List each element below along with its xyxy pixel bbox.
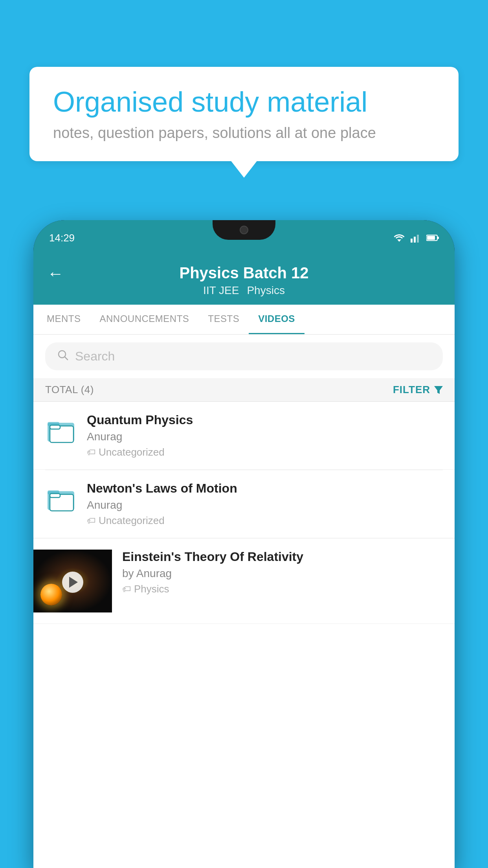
- header-tags: IIT JEE Physics: [203, 284, 285, 297]
- status-bar: 14:29: [33, 220, 455, 256]
- tab-tests[interactable]: TESTS: [198, 305, 249, 334]
- svg-rect-17: [50, 494, 60, 498]
- search-bar[interactable]: Search: [45, 342, 443, 370]
- svg-rect-13: [50, 425, 60, 429]
- back-button[interactable]: ←: [47, 264, 64, 283]
- video-author: by Anurag: [122, 567, 443, 580]
- svg-marker-0: [397, 239, 401, 242]
- video-info: Einstein's Theory Of Relativity by Anura…: [122, 550, 455, 595]
- status-icons: [393, 233, 439, 243]
- play-triangle-icon: [69, 577, 78, 588]
- signal-icon: [411, 233, 422, 243]
- filter-bar: TOTAL (4) FILTER: [33, 378, 455, 402]
- svg-marker-9: [434, 386, 443, 394]
- filter-icon: [434, 386, 443, 394]
- list-item[interactable]: Einstein's Theory Of Relativity by Anura…: [33, 539, 455, 624]
- video-tag-row: 🏷 Uncategorized: [87, 446, 443, 458]
- einstein-bg: [33, 550, 112, 612]
- folder-icon: [45, 414, 77, 446]
- camera-icon: [240, 226, 248, 234]
- tab-videos[interactable]: VIDEOS: [249, 305, 305, 334]
- search-icon: [57, 349, 69, 364]
- video-thumbnail: [33, 550, 112, 612]
- video-title: Quantum Physics: [87, 413, 443, 427]
- tag-iitjee: IIT JEE: [203, 284, 239, 297]
- app-header: ← Physics Batch 12 IIT JEE Physics: [33, 256, 455, 305]
- battery-icon: [426, 234, 439, 241]
- tag-icon: 🏷: [87, 447, 95, 458]
- bubble-subtitle: notes, question papers, solutions all at…: [53, 125, 435, 142]
- space-sphere: [40, 584, 62, 605]
- video-info: Newton's Laws of Motion Anurag 🏷 Uncateg…: [87, 481, 443, 527]
- svg-rect-3: [417, 235, 419, 243]
- bubble-title: Organised study material: [53, 86, 435, 118]
- video-author: Anurag: [87, 499, 443, 511]
- video-title: Einstein's Theory Of Relativity: [122, 550, 443, 564]
- video-author: Anurag: [87, 430, 443, 443]
- svg-rect-5: [427, 236, 435, 240]
- video-tag: Physics: [134, 583, 169, 595]
- video-tag-row: 🏷 Uncategorized: [87, 515, 443, 527]
- list-item[interactable]: Quantum Physics Anurag 🏷 Uncategorized: [33, 402, 455, 470]
- batch-title: Physics Batch 12: [179, 264, 308, 282]
- list-item[interactable]: Newton's Laws of Motion Anurag 🏷 Uncateg…: [33, 470, 455, 538]
- tag-physics: Physics: [247, 284, 284, 297]
- video-title: Newton's Laws of Motion: [87, 481, 443, 496]
- video-info: Quantum Physics Anurag 🏷 Uncategorized: [87, 413, 443, 458]
- phone-screen: ← Physics Batch 12 IIT JEE Physics MENTS…: [33, 256, 455, 868]
- wifi-icon: [393, 233, 406, 243]
- tag-icon: 🏷: [87, 516, 95, 526]
- play-button[interactable]: [62, 572, 83, 593]
- speech-bubble: Organised study material notes, question…: [29, 67, 459, 161]
- folder-icon: [45, 483, 77, 514]
- video-tag: Uncategorized: [99, 515, 165, 527]
- total-count: TOTAL (4): [45, 384, 94, 396]
- tab-announcements[interactable]: ANNOUNCEMENTS: [90, 305, 199, 334]
- svg-rect-1: [411, 239, 413, 243]
- search-placeholder: Search: [75, 349, 115, 364]
- svg-line-8: [65, 357, 68, 360]
- video-tag: Uncategorized: [99, 446, 165, 458]
- tab-bar: MENTS ANNOUNCEMENTS TESTS VIDEOS: [33, 305, 455, 335]
- phone-frame: 14:29: [33, 220, 455, 868]
- svg-rect-6: [438, 237, 439, 239]
- video-tag-row: 🏷 Physics: [122, 583, 443, 595]
- video-list: Quantum Physics Anurag 🏷 Uncategorized: [33, 402, 455, 624]
- filter-button[interactable]: FILTER: [393, 384, 443, 396]
- phone-notch: [213, 220, 275, 240]
- tab-ments[interactable]: MENTS: [37, 305, 90, 334]
- svg-rect-2: [414, 237, 416, 243]
- tag-icon: 🏷: [122, 584, 131, 594]
- status-time: 14:29: [49, 232, 75, 244]
